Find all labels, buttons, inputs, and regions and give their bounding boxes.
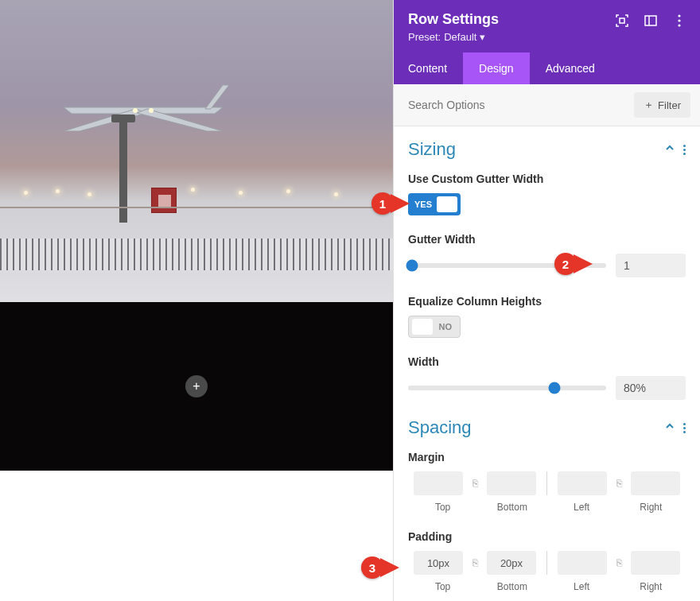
link-icon[interactable]: ⎘ <box>468 556 482 570</box>
width-value[interactable]: 80% <box>616 376 686 400</box>
svg-rect-3 <box>645 16 656 25</box>
section-head-spacing: Spacing <box>408 417 686 438</box>
section-more-icon[interactable] <box>683 145 686 155</box>
panel-title: Row Settings <box>408 11 616 28</box>
field-width: Width 80% <box>408 355 686 400</box>
field-padding: Padding ⎘ ⎘ Top Bottom <box>408 530 686 592</box>
tab-design[interactable]: Design <box>463 52 530 84</box>
preset-selector[interactable]: Preset: Default ▾ <box>408 31 616 43</box>
margin-right-input[interactable] <box>631 471 680 495</box>
toggle-knob <box>412 319 433 335</box>
field-use-custom-gutter: Use Custom Gutter Width YES <box>408 173 686 215</box>
collapse-sizing-icon[interactable] <box>664 142 675 157</box>
settings-tabs: Content Design Advanced <box>394 52 700 84</box>
padding-right-input[interactable] <box>631 551 680 575</box>
use-custom-gutter-label: Use Custom Gutter Width <box>408 173 686 185</box>
toggle-no-text: NO <box>433 322 461 332</box>
search-bar: ＋ Filter <box>394 84 700 126</box>
svg-point-6 <box>678 19 680 21</box>
label-top: Top <box>408 581 477 592</box>
link-icon[interactable]: ⎘ <box>612 556 626 570</box>
focus-icon[interactable] <box>616 14 628 27</box>
svg-point-5 <box>678 14 680 17</box>
label-left: Left <box>547 502 616 513</box>
layout-icon[interactable] <box>644 14 657 27</box>
empty-module-area[interactable]: + <box>0 302 393 471</box>
caret-down-icon: ▾ <box>480 31 485 43</box>
toggle-yes-text: YES <box>408 200 438 209</box>
search-input[interactable] <box>408 99 634 111</box>
margin-label: Margin <box>408 451 686 463</box>
filter-label: Filter <box>658 99 681 111</box>
equalize-toggle[interactable]: NO <box>408 316 461 338</box>
airplane-graphic <box>56 76 231 131</box>
padding-top-input[interactable] <box>414 551 463 575</box>
label-right: Right <box>616 581 686 592</box>
runway-lights <box>0 159 393 207</box>
margin-top-input[interactable] <box>414 471 463 495</box>
horizon-line <box>0 207 393 208</box>
panel-header: Row Settings Preset: Default ▾ <box>394 0 700 52</box>
collapse-spacing-icon[interactable] <box>664 421 675 435</box>
equalize-label: Equalize Column Heights <box>408 295 686 308</box>
padding-left-input[interactable] <box>558 551 607 575</box>
panel-scroll[interactable]: Sizing Use Custom Gutter Width YES Gutte… <box>394 126 700 601</box>
section-more-icon[interactable] <box>683 423 686 433</box>
link-icon[interactable]: ⎘ <box>612 476 626 490</box>
width-label: Width <box>408 355 686 368</box>
field-equalize: Equalize Column Heights NO <box>408 295 686 338</box>
margin-left-input[interactable] <box>558 471 607 495</box>
toggle-knob <box>437 196 457 212</box>
gutter-width-value[interactable]: 1 <box>616 254 686 277</box>
spacing-title: Spacing <box>408 417 472 438</box>
gutter-width-slider[interactable] <box>408 263 606 268</box>
more-icon[interactable] <box>673 14 686 27</box>
padding-labels: Top Bottom Left Right <box>408 581 686 592</box>
svg-point-0 <box>133 108 138 113</box>
slider-thumb[interactable] <box>549 382 561 394</box>
padding-label: Padding <box>408 530 686 543</box>
margin-labels: Top Bottom Left Right <box>408 502 686 513</box>
tab-advanced[interactable]: Advanced <box>530 52 611 84</box>
fence-graphic <box>0 238 393 270</box>
plus-icon: ＋ <box>644 98 654 112</box>
field-gutter-width: Gutter Width 1 <box>408 233 686 277</box>
divider <box>546 471 547 495</box>
divider <box>546 551 547 575</box>
preset-prefix: Preset: <box>408 31 441 43</box>
width-slider[interactable] <box>408 386 606 390</box>
svg-point-7 <box>678 24 680 26</box>
padding-bottom-input[interactable] <box>487 551 536 575</box>
filter-button[interactable]: ＋ Filter <box>634 92 690 118</box>
label-bottom: Bottom <box>477 502 546 513</box>
section-head-sizing: Sizing <box>408 139 686 160</box>
preset-name: Default <box>444 31 476 43</box>
slider-thumb[interactable] <box>406 260 418 272</box>
label-top: Top <box>408 502 477 513</box>
settings-panel: Row Settings Preset: Default ▾ Content D… <box>393 0 700 601</box>
margin-bottom-input[interactable] <box>487 471 536 495</box>
field-margin: Margin ⎘ ⎘ Top Bottom <box>408 451 686 513</box>
tab-content[interactable]: Content <box>394 52 463 84</box>
add-module-button[interactable]: + <box>185 375 208 397</box>
label-right: Right <box>616 502 686 513</box>
editor-preview: + <box>0 0 393 601</box>
gutter-width-label: Gutter Width <box>408 233 686 246</box>
link-icon[interactable]: ⎘ <box>468 476 482 490</box>
label-bottom: Bottom <box>477 581 546 592</box>
use-custom-gutter-toggle[interactable]: YES <box>408 193 461 215</box>
svg-rect-2 <box>620 18 624 23</box>
svg-point-1 <box>149 108 154 113</box>
label-left: Left <box>547 581 616 592</box>
preview-image <box>0 0 393 302</box>
sizing-title: Sizing <box>408 139 456 160</box>
